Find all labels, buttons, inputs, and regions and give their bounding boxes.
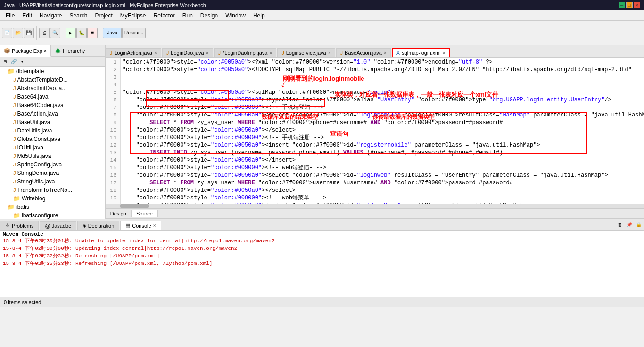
tab-icon: X (396, 50, 400, 56)
console-line: 15-8-4 下午02时30分01秒: Unable to update ind… (3, 237, 641, 245)
tree-item-writeblog[interactable]: 📁Writeblog (0, 194, 105, 203)
close-button[interactable]: ✕ (634, 2, 640, 8)
tree-item-transformtotreeno...[interactable]: JTransformToTreeNo... (0, 186, 105, 194)
tree-item-md5utils.java[interactable]: JMd5Utils.java (0, 152, 105, 160)
editor-tab-sqlmap-loginxml[interactable]: Xsqlmap-login.xml× (392, 48, 450, 57)
tree-label: StringDemo.java (17, 170, 59, 176)
tree-item-dbtemplate[interactable]: 📁dbtemplate (0, 67, 105, 75)
java-perspective[interactable]: Java (103, 28, 122, 38)
tab-close-icon[interactable]: × (384, 50, 387, 56)
source-tab[interactable]: Source (132, 210, 158, 217)
tree-item-base64coder.java[interactable]: JBase64Coder.java (0, 101, 105, 109)
tree-label: ibatis (16, 204, 29, 210)
tree-item-baseaction.java[interactable]: JBaseAction.java (0, 109, 105, 118)
minimize-button[interactable]: ─ (619, 2, 625, 8)
menu-item-file[interactable]: File (2, 11, 18, 20)
tree-item-globalconst.java[interactable]: JGlobalConst.java (0, 135, 105, 143)
tree-item-abstractinitdao.ja...[interactable]: JAbstractInitDao.ja... (0, 84, 105, 92)
tree-item-springconfig.java[interactable]: JSpringConfig.java (0, 160, 105, 169)
menu-item-search[interactable]: Search (66, 11, 91, 20)
collapse-all-button[interactable]: ⊟ (1, 58, 9, 66)
editor-tab-loginactionjava[interactable]: JLoginAction.java× (106, 48, 161, 57)
resource-perspective[interactable]: Resour... (122, 28, 146, 38)
maximize-button[interactable]: □ (626, 2, 633, 8)
tab-close-icon[interactable]: × (154, 50, 157, 56)
menu-item-navigate[interactable]: Navigate (36, 11, 66, 20)
tree-item-dateutils.java[interactable]: JDateUtils.java (0, 126, 105, 135)
code-line-2: "color:#7f0000">style="color:#0050a0"><!… (123, 66, 644, 74)
code-line-5: "color:#7f0000">style="color:#0050a0"><s… (123, 89, 644, 96)
menu-item-run[interactable]: Run (179, 11, 197, 20)
tree-item-base64.java[interactable]: JBase64.java (0, 92, 105, 101)
declaration-tab[interactable]: ◈ Declaration (77, 221, 120, 230)
code-line-6: "color:#7f0000">style="color:#0050a0"><t… (123, 96, 644, 104)
design-tab[interactable]: Design (106, 210, 132, 217)
editor-tab-baseactionjava[interactable]: JBaseAction.java× (336, 48, 391, 57)
code-line-12: "color:#7f0000">style="color:#0050a0"><i… (123, 141, 644, 149)
line-number-8: 8 (106, 111, 118, 119)
pin-button[interactable]: 📌 (625, 221, 634, 229)
tree-item-baseutil.java[interactable]: JBaseUtil.java (0, 118, 105, 126)
tree-icon: J (13, 119, 16, 125)
tab-icon: J (218, 50, 221, 56)
tree-item-abstacttemplated...[interactable]: JAbstactTemplateD... (0, 75, 105, 84)
problems-tab[interactable]: ⚠ Problems (0, 221, 39, 230)
tab-close-icon[interactable]: × (443, 50, 446, 56)
menu-item-refactor[interactable]: Refactor (149, 11, 178, 20)
tree-item-ibatis[interactable]: 📁ibatis (0, 203, 105, 211)
editor-tab-logindaojava[interactable]: JLoginDao.java× (162, 48, 213, 57)
tree-label: ibatisconfigure (22, 212, 58, 219)
link-editor-button[interactable]: 🔗 (9, 58, 18, 66)
tree-item-stringdemo.java[interactable]: JStringDemo.java (0, 169, 105, 177)
tree-icon: J (13, 170, 16, 176)
menu-item-myeclipse[interactable]: MyEclipse (116, 11, 150, 20)
line-number-13: 13 (106, 149, 118, 157)
line-number-3: 3 (106, 74, 118, 81)
menu-item-window[interactable]: Window (222, 11, 249, 20)
line-number-4: 4 (106, 81, 118, 89)
center-panel: JLoginAction.java×JLoginDao.java×J*Login… (106, 45, 644, 219)
tree-icon: J (13, 187, 16, 193)
tree-item-stringutils.java[interactable]: JStringUtils.java (0, 177, 105, 186)
tab-close-icon[interactable]: × (269, 50, 272, 56)
scrollbar-thumb[interactable] (120, 204, 149, 208)
menu-item-design[interactable]: Design (197, 11, 222, 20)
menu-item-project[interactable]: Project (91, 11, 116, 20)
stop-button[interactable]: ■ (87, 28, 98, 38)
tab-close-icon[interactable]: × (328, 50, 331, 56)
editor-tab-loginservicejava[interactable]: JLoginservice.java× (277, 48, 335, 57)
console-close-icon[interactable]: × (153, 223, 156, 228)
menu-item-edit[interactable]: Edit (18, 11, 36, 20)
package-tree: 📁dbtemplateJAbstactTemplateD...JAbstract… (0, 67, 105, 219)
editor-tab-logindaoimpljava[interactable]: J*LoginDaoImpl.java× (214, 48, 277, 57)
package-explorer-tab[interactable]: 📦 Package Exp × (0, 45, 51, 57)
code-line-1: "color:#7f0000">style="color:#0050a0"><?… (123, 58, 644, 66)
print-button[interactable]: 🖨 (39, 28, 50, 38)
editor-bottom-tabs: Design Source (106, 208, 644, 219)
debug-button[interactable]: 🐛 (76, 28, 87, 38)
tree-menu-button[interactable]: ▾ (18, 58, 26, 66)
package-close-icon[interactable]: × (44, 48, 47, 54)
code-line-11: "color:#7f0000">style="color:#009000"><!… (123, 134, 644, 141)
scroll-lock-button[interactable]: 🔒 (635, 221, 643, 229)
search-button[interactable]: 🔍 (50, 28, 60, 38)
console-tab[interactable]: ▤ Console × (120, 221, 161, 230)
toolbar-separator-2 (63, 26, 63, 40)
tree-icon: J (13, 111, 16, 116)
tab-label: BaseAction.java (345, 50, 382, 56)
menu-item-help[interactable]: Help (249, 11, 269, 20)
tab-close-icon[interactable]: × (206, 50, 209, 56)
open-button[interactable]: 📂 (13, 28, 23, 38)
new-button[interactable]: 📄 (2, 28, 12, 38)
clear-console-button[interactable]: 🗑 (616, 221, 624, 229)
declaration-icon: ◈ (83, 223, 86, 229)
javadoc-tab[interactable]: @ Javadoc (40, 221, 76, 230)
line-number-1: 1 (106, 58, 118, 66)
hierarchy-tab[interactable]: 🌲 Hierarchy (51, 45, 89, 56)
horizontal-scrollbar[interactable] (106, 204, 644, 208)
run-button[interactable]: ▶ (66, 28, 76, 38)
code-content[interactable]: "color:#7f0000">style="color:#0050a0"><?… (121, 58, 644, 204)
tree-item-ibatisconfigure[interactable]: 📁ibatisconfigure (0, 211, 105, 219)
tree-item-ioutil.java[interactable]: JIOUtil.java (0, 143, 105, 152)
save-button[interactable]: 💾 (24, 28, 34, 38)
